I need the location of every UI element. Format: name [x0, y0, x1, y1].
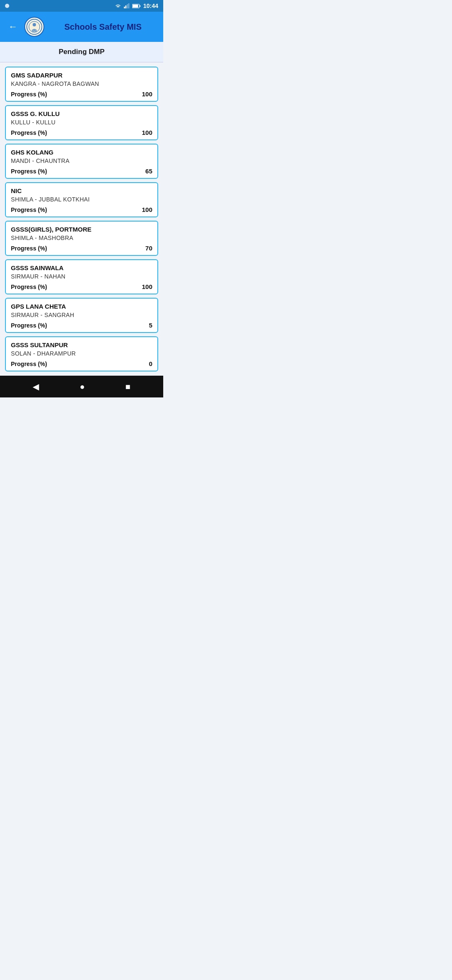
svg-text:GOV: GOV — [32, 30, 37, 33]
nav-back-button[interactable]: ◀ — [29, 378, 42, 395]
progress-value: 100 — [142, 129, 152, 136]
progress-row: Progress (%)70 — [11, 245, 152, 252]
page-title-bar: Pending DMP — [0, 42, 163, 62]
progress-label: Progress (%) — [11, 284, 47, 290]
svg-rect-6 — [133, 5, 138, 8]
svg-rect-3 — [128, 3, 130, 8]
svg-rect-0 — [124, 7, 125, 8]
progress-label: Progress (%) — [11, 245, 47, 252]
svg-rect-5 — [140, 5, 141, 7]
status-right: 10:44 — [115, 3, 158, 9]
school-name: GMS SADARPUR — [11, 72, 152, 79]
progress-row: Progress (%)100 — [11, 129, 152, 136]
battery-icon — [132, 4, 141, 8]
status-dot-icon — [5, 4, 9, 8]
school-name: GHS KOLANG — [11, 149, 152, 156]
progress-label: Progress (%) — [11, 361, 47, 367]
nav-recent-button[interactable]: ■ — [122, 379, 134, 395]
school-card[interactable]: GHS KOLANGMANDI - CHAUNTRAProgress (%)65 — [5, 144, 158, 179]
progress-value: 5 — [149, 322, 152, 329]
school-location: SIRMAUR - NAHAN — [11, 273, 152, 280]
school-location: SOLAN - DHARAMPUR — [11, 350, 152, 357]
school-card[interactable]: GSSS SULTANPURSOLAN - DHARAMPURProgress … — [5, 336, 158, 371]
progress-label: Progress (%) — [11, 168, 47, 175]
page-title: Pending DMP — [7, 48, 157, 56]
svg-point-9 — [33, 23, 36, 26]
progress-row: Progress (%)100 — [11, 206, 152, 213]
school-location: MANDI - CHAUNTRA — [11, 157, 152, 164]
app-logo: GOV — [24, 17, 44, 37]
school-name: GSSS SULTANPUR — [11, 341, 152, 348]
wifi-icon — [115, 3, 121, 8]
school-location: KULLU - KULLU — [11, 119, 152, 126]
bottom-navigation: ◀ ● ■ — [0, 376, 163, 397]
app-header: ← GOV Schools Safety MIS — [0, 12, 163, 42]
progress-value: 100 — [142, 283, 152, 290]
school-name: GSSS G. KULLU — [11, 110, 152, 117]
school-card[interactable]: GSSS G. KULLUKULLU - KULLUProgress (%)10… — [5, 105, 158, 140]
progress-value: 70 — [145, 245, 152, 252]
school-card[interactable]: GSSS(GIRLS), PORTMORESHIMLA - MASHOBRAPr… — [5, 221, 158, 256]
progress-value: 100 — [142, 206, 152, 213]
status-bar: 10:44 — [0, 0, 163, 12]
school-card[interactable]: GPS LANA CHETASIRMAUR - SANGRAHProgress … — [5, 298, 158, 333]
school-name: GSSS SAINWALA — [11, 264, 152, 271]
progress-row: Progress (%)0 — [11, 360, 152, 367]
logo-emblem-icon: GOV — [26, 19, 42, 35]
progress-value: 100 — [142, 90, 152, 98]
school-card[interactable]: NICSHIMLA - JUBBAL KOTKHAIProgress (%)10… — [5, 182, 158, 217]
schools-list: GMS SADARPURKANGRA - NAGROTA BAGWANProgr… — [0, 62, 163, 376]
svg-rect-2 — [127, 4, 128, 8]
school-location: SIRMAUR - SANGRAH — [11, 312, 152, 318]
progress-row: Progress (%)100 — [11, 90, 152, 98]
progress-row: Progress (%)5 — [11, 322, 152, 329]
progress-label: Progress (%) — [11, 91, 47, 98]
school-name: GSSS(GIRLS), PORTMORE — [11, 226, 152, 233]
signal-icon — [124, 3, 130, 8]
school-name: GPS LANA CHETA — [11, 303, 152, 310]
school-name: NIC — [11, 187, 152, 194]
nav-home-button[interactable]: ● — [76, 379, 88, 395]
school-card[interactable]: GMS SADARPURKANGRA - NAGROTA BAGWANProgr… — [5, 67, 158, 102]
progress-row: Progress (%)65 — [11, 168, 152, 175]
svg-rect-1 — [126, 5, 127, 8]
progress-label: Progress (%) — [11, 129, 47, 136]
status-left — [5, 4, 9, 8]
school-location: SHIMLA - MASHOBRA — [11, 235, 152, 241]
progress-label: Progress (%) — [11, 206, 47, 213]
school-location: SHIMLA - JUBBAL KOTKHAI — [11, 196, 152, 203]
back-button[interactable]: ← — [7, 20, 19, 34]
app-title: Schools Safety MIS — [49, 22, 157, 32]
school-card[interactable]: GSSS SAINWALASIRMAUR - NAHANProgress (%)… — [5, 259, 158, 294]
progress-value: 65 — [145, 168, 152, 175]
progress-value: 0 — [149, 360, 152, 367]
progress-label: Progress (%) — [11, 322, 47, 329]
status-time: 10:44 — [143, 3, 158, 9]
school-location: KANGRA - NAGROTA BAGWAN — [11, 80, 152, 87]
progress-row: Progress (%)100 — [11, 283, 152, 290]
